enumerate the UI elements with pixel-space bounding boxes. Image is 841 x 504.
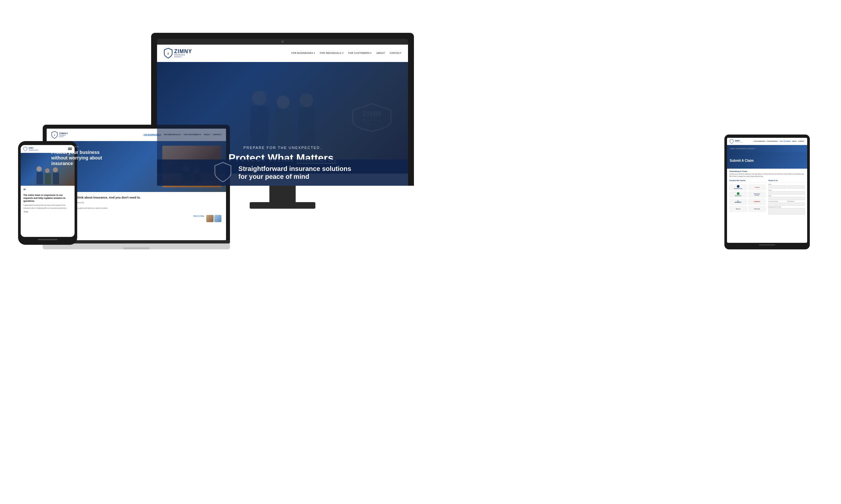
svg-text:Z: Z bbox=[54, 134, 55, 136]
tablet-describe-textarea[interactable] bbox=[768, 208, 805, 215]
carrier-amerisafe[interactable]: AMERISAFE bbox=[729, 192, 747, 198]
laptop-logo-main: ZIMNY bbox=[59, 132, 68, 135]
tablet-section-text: Contact your carrier by clicking on the … bbox=[729, 173, 805, 178]
laptop-list-item: Getting to know your business goals and … bbox=[54, 207, 221, 210]
tablet-email-row: Email bbox=[768, 195, 805, 200]
phone-logo-text: ZIMNYINSURANCE AGENCY bbox=[29, 147, 39, 151]
carrier-acuity[interactable]: ♥ acuity bbox=[748, 184, 766, 190]
tablet-nav-links: FOR BUSINESSES FOR INDIVIDUALS FOR CUSTO… bbox=[754, 141, 805, 142]
main-scene: Z ZIMNY INSURANCEAGENCY FOR BUSINESSES ▾… bbox=[0, 0, 841, 504]
phone-person2 bbox=[45, 168, 51, 184]
monitor-neck bbox=[269, 186, 296, 202]
tablet-firstname-input[interactable] bbox=[768, 185, 787, 189]
agent-thumbnails bbox=[206, 215, 221, 222]
carrier-accident-fund[interactable]: Accident Fund bbox=[729, 184, 747, 190]
laptop-hero-title: Protect your business without worrying a… bbox=[51, 150, 159, 166]
tablet-home-bar bbox=[759, 245, 775, 246]
tablet-hero: Submit A Claim bbox=[727, 152, 807, 169]
nav-for-individuals[interactable]: FOR INDIVIDUALS ▾ bbox=[320, 52, 344, 54]
tablet-policy-input[interactable] bbox=[787, 202, 805, 206]
monitor-device: Z ZIMNY INSURANCEAGENCY FOR BUSINESSES ▾… bbox=[151, 33, 414, 209]
tablet-device: ZIMNY INSURANCE AGENCY FOR BUSINESSES FO… bbox=[724, 134, 810, 249]
laptop-hero-title-line1: Protect your business bbox=[51, 150, 100, 155]
tablet-content: Submitting A Claim Contact your carrier … bbox=[727, 169, 807, 216]
logo-sub-text: INSURANCEAGENCY bbox=[174, 54, 192, 58]
carrier-foremost[interactable]: FOREMOST bbox=[748, 199, 766, 205]
tablet-two-cols: Contact the Carrier Accident Fund bbox=[729, 179, 805, 215]
phone-quote-bold: The entire team is responsive to our req… bbox=[23, 194, 72, 202]
tablet-logo-shield bbox=[730, 139, 734, 144]
nav-for-businesses[interactable]: FOR BUSINESSES ▾ bbox=[291, 52, 315, 54]
tablet-logo-sub: INSURANCE AGENCY bbox=[735, 142, 743, 143]
tab-nav-about[interactable]: ABOUT bbox=[792, 141, 797, 142]
tablet-provider-col: Insurance Provider bbox=[768, 201, 787, 206]
laptop-hero-left: COMMERCIAL INSURANCE Protect your busine… bbox=[51, 146, 159, 187]
phone-person1 bbox=[36, 166, 43, 184]
tablet-send-title: Send to Us bbox=[768, 179, 805, 182]
hero-subtitle: PREPARE FOR THE UNEXPECTED. bbox=[170, 146, 395, 150]
tablet-name-label: Name bbox=[768, 184, 787, 189]
tab-nav-contact[interactable]: CONTACT bbox=[798, 141, 805, 142]
banner-shield-icon bbox=[214, 161, 232, 183]
tablet-phone-input[interactable] bbox=[768, 191, 805, 195]
phone-logo: ZIMNYINSURANCE AGENCY bbox=[23, 147, 39, 151]
nav-about[interactable]: ABOUT bbox=[377, 52, 385, 54]
tablet-bezel: ZIMNY INSURANCE AGENCY FOR BUSINESSES FO… bbox=[724, 134, 810, 249]
svg-text:Z: Z bbox=[168, 52, 169, 55]
tablet-section-title: Submitting A Claim bbox=[729, 170, 805, 172]
tablet-hero-bar: ZIMNY INSURANCE AGENCY bbox=[727, 145, 807, 152]
nav-contact[interactable]: CONTACT bbox=[390, 52, 401, 54]
tablet-contact-title: Contact the Carrier bbox=[729, 179, 766, 182]
tablet-phone-row: Phone bbox=[768, 190, 805, 195]
tablet-insurance-row: Insurance Provider Policy Number bbox=[768, 201, 805, 206]
tab-nav-customers[interactable]: FOR CUSTOMERS bbox=[779, 141, 791, 142]
monitor-camera bbox=[281, 40, 284, 43]
agent-thumb-2 bbox=[214, 215, 221, 222]
laptop-hero-title-line2: without worrying about bbox=[51, 155, 102, 160]
phone-logo-shield bbox=[23, 147, 27, 151]
tablet-breadcrumb: ZIMNY INSURANCE AGENCY bbox=[730, 148, 756, 150]
monitor-top-bar bbox=[157, 39, 408, 44]
monitor-logo: Z ZIMNY INSURANCEAGENCY bbox=[164, 48, 192, 58]
phone-home-bar bbox=[38, 239, 57, 240]
laptop-hero-label: COMMERCIAL INSURANCE bbox=[51, 146, 159, 148]
laptop-logo-sub: INSURANCEAGENCY bbox=[59, 135, 68, 138]
tab-nav-businesses[interactable]: FOR BUSINESSES bbox=[754, 141, 765, 142]
tablet-carriers-grid: Accident Fund ♥ acuity bbox=[729, 184, 766, 212]
laptop-logo: Z ZIMNY INSURANCEAGENCY bbox=[51, 131, 68, 139]
monitor-screen: Z ZIMNY INSURANCEAGENCY FOR BUSINESSES ▾… bbox=[157, 44, 408, 186]
tablet-send-col: Send to Us Name . bbox=[768, 179, 805, 215]
tablet-hero-title: Submit A Claim bbox=[730, 159, 754, 162]
monitor-bottom-banner: Straightforward insurance solutions for … bbox=[157, 160, 408, 186]
phone-quote-mark: " bbox=[23, 188, 72, 194]
monitor-hero: ZIMN INSURANCE AGENCY PREPARE FOR THE UN… bbox=[157, 62, 408, 174]
tablet-logo: ZIMNY INSURANCE AGENCY bbox=[730, 139, 743, 144]
carrier-hanover[interactable]: Hanover bbox=[729, 206, 747, 212]
laptop-cta-text[interactable]: Here to help. bbox=[193, 215, 204, 222]
monitor-nav: Z ZIMNY INSURANCEAGENCY FOR BUSINESSES ▾… bbox=[157, 44, 408, 62]
tab-nav-individuals[interactable]: FOR INDIVIDUALS bbox=[767, 141, 778, 142]
tablet-contact-col: Contact the Carrier Accident Fund bbox=[729, 179, 766, 215]
logo-shield-icon: Z bbox=[164, 48, 173, 58]
phone-author: -Greg bbox=[23, 211, 72, 213]
monitor-base bbox=[250, 202, 315, 209]
carrier-holmes-city[interactable]: Holmes City bbox=[748, 206, 766, 212]
nav-for-customers[interactable]: FOR CUSTOMERS ▾ bbox=[348, 52, 372, 54]
carrier-auto-owners[interactable]: Auto-OwnersInsurance bbox=[748, 192, 766, 198]
laptop-logo-text: ZIMNY INSURANCEAGENCY bbox=[59, 132, 68, 138]
laptop-hero-title-line3: insurance bbox=[51, 161, 73, 166]
agent-thumb-1 bbox=[206, 215, 213, 222]
tablet-policy-col: Policy Number bbox=[787, 201, 805, 206]
phone-content: " The entire team is responsive to our r… bbox=[21, 186, 74, 215]
tablet-name-row: Name . bbox=[768, 184, 805, 189]
tablet-email-input[interactable] bbox=[768, 197, 805, 200]
tablet-provider-input[interactable] bbox=[768, 202, 787, 206]
tablet-describe-row: Briefly describe the claim bbox=[768, 206, 805, 215]
banner-line2: for your peace of mind bbox=[239, 173, 351, 180]
monitor-bezel: Z ZIMNY INSURANCEAGENCY FOR BUSINESSES ▾… bbox=[151, 33, 414, 186]
tablet-logo-text: ZIMNY INSURANCE AGENCY bbox=[735, 140, 743, 143]
banner-line1: Straightforward insurance solutions bbox=[239, 165, 351, 173]
carrier-emc[interactable]: emcINSURANCE bbox=[729, 199, 747, 205]
tablet-lastname-input[interactable] bbox=[787, 185, 805, 189]
phone-quote-text: I appreciate knowing that we have local … bbox=[23, 204, 72, 209]
